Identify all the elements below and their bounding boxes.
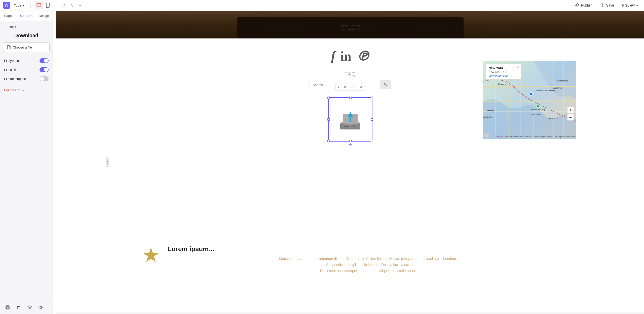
back-link[interactable]: ← Back [0,21,53,31]
mobile-device-button[interactable] [44,1,52,9]
sidebar-title: Download [0,31,53,42]
logo[interactable]: W [3,2,10,9]
download-icon-inner [333,102,368,137]
mobile-icon [46,3,50,8]
linkedin-icon[interactable]: in [340,49,351,64]
back-label: Back [9,25,16,29]
top-bar-left: W Tools ▾ ↺ ↻ ▾ [3,1,84,9]
align-left-icon[interactable]: ⟵ [338,85,343,89]
svg-rect-14 [344,126,349,127]
hero-image: Q W E R T Y U I O P Z [56,11,644,38]
svg-point-4 [48,7,48,7]
handle-bottom-right[interactable] [371,140,373,142]
publish-icon [575,3,579,7]
svg-text:New Rochelle: New Rochelle [556,80,568,82]
choose-file-button[interactable]: Choose a file [3,42,50,52]
desktop-icon [36,3,41,8]
toggle-knob3 [40,77,44,81]
device-buttons [35,1,52,9]
svg-text:Valley Stream: Valley Stream [548,117,559,119]
desktop-device-button[interactable] [35,1,43,9]
facebook-icon[interactable]: f [331,49,335,64]
tab-content[interactable]: Content [18,11,35,21]
tools-button[interactable]: Tools ▾ [12,3,26,8]
view-larger-map-link[interactable]: View larger map [488,74,513,77]
handle-top-mid[interactable] [349,97,352,99]
svg-point-9 [40,307,42,308]
pinterest-icon[interactable]: ℗ [356,49,369,64]
history-dropdown-button[interactable]: ▾ [76,2,84,9]
map-popup: New York New York, USA View larger map ✕ [486,64,521,80]
map-attribution: Keyboard shortcuts Map data ©2022 Google… [505,136,575,138]
preview-button[interactable]: Preview ▾ [619,2,641,9]
handle-top-left[interactable] [327,97,330,99]
lorem-section: ★ Lorem ipsum... Macenas pharetra metud … [56,235,644,284]
download-widget-wrapper[interactable]: ⟵ ≡ ⟶ ⋯ ↺ [330,99,370,140]
star-icon: ★ [142,245,160,265]
collapse-handle[interactable] [106,157,109,167]
svg-text:BROOKLYN: BROOKLYN [532,113,543,116]
layers-icon[interactable] [26,304,33,311]
tab-pages[interactable]: Pages [0,11,18,21]
svg-text:Empire State Building: Empire State Building [536,89,555,92]
search-icon [384,83,387,86]
redo-button[interactable]: ↻ [68,2,76,9]
file-description-label: File description [4,77,26,81]
svg-point-15 [353,125,355,127]
svg-rect-7 [17,306,20,309]
lorem-body: Macenas pharetra metud interdum dictum. … [168,256,569,274]
handle-right-mid[interactable] [371,118,373,121]
map-zoom-out-button[interactable]: − [567,114,574,121]
faq-search-button[interactable] [380,80,391,89]
duplicate-icon[interactable] [4,304,11,311]
handle-bottom-left[interactable] [327,140,330,142]
svg-text:Statue of Liberty: Statue of Liberty [531,108,545,111]
svg-marker-8 [28,306,32,308]
handle-left-mid[interactable] [327,118,330,121]
filetype-icon-toggle[interactable] [40,58,49,63]
tools-chevron-icon: ▾ [23,4,24,7]
separator2 [56,3,56,8]
tabs-row: Pages Content Design [0,11,53,21]
map-popup-close[interactable]: ✕ [517,66,519,69]
tools-label: Tools [14,4,22,7]
map-footer: Google Keyboard shortcuts Map data ©2022… [496,135,575,138]
file-size-toggle[interactable] [40,67,49,72]
download-widget-icon [336,107,364,132]
svg-text:Woodbridge: Woodbridge [483,116,493,118]
choose-file-label: Choose a file [13,46,32,49]
canvas-content: Q W E R T Y U I O P Z [56,11,644,312]
toggle-knob [44,59,48,63]
handle-top-right[interactable] [371,97,373,99]
svg-text:Newark: Newark [498,83,506,85]
rotate-icon[interactable]: ↺ [360,85,363,89]
edit-design-link[interactable]: Edit design → [0,83,53,97]
toggle-knob2 [44,68,48,72]
undo-button[interactable]: ↺ [60,2,68,9]
publish-label: Publish [581,3,592,7]
bottom-rotate-handle[interactable]: ✛ [349,143,352,147]
map-container: Newark Empire State Building Statue of L… [483,61,576,139]
left-sidebar: Pages Content Design ← Back Download Cho… [0,11,53,314]
svg-line-11 [386,85,387,86]
canvas-area[interactable]: Q W E R T Y U I O P Z [56,11,644,314]
file-icon [7,45,11,49]
tab-design[interactable]: Design [35,11,53,21]
filetype-icon-label: Filetype icon [4,59,22,63]
visibility-icon[interactable] [37,304,44,311]
map-zoom-in-button[interactable]: + [567,107,574,113]
save-label: Save [606,3,614,7]
preview-label: Preview [622,3,635,7]
lorem-title: Lorem ipsum... [168,245,569,253]
more-options-icon[interactable]: ⋯ [355,85,359,89]
publish-button[interactable]: Publish [572,2,595,9]
file-size-toggle-row: File size [0,65,53,74]
delete-icon[interactable] [15,304,22,311]
save-button[interactable]: Save [597,2,617,9]
handle-bottom-mid[interactable] [349,140,352,142]
align-right-icon[interactable]: ⟶ [347,85,352,89]
file-description-toggle[interactable] [40,76,49,81]
svg-rect-0 [37,4,41,6]
map-street-view-thumbnail [484,133,489,138]
align-center-icon[interactable]: ≡ [344,85,346,89]
